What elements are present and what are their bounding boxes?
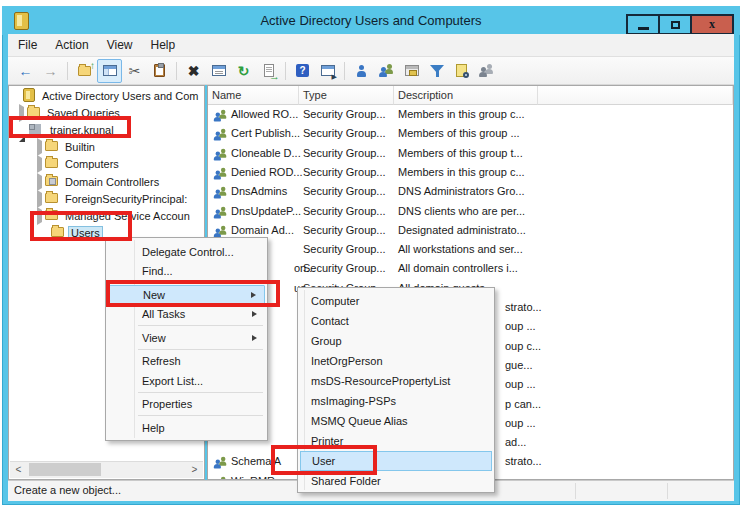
cell-description: oup ... <box>505 320 536 332</box>
menu-item-all-tasks[interactable]: All Tasks <box>108 305 265 324</box>
menubar-item-view[interactable]: View <box>107 38 133 52</box>
menu-item-new[interactable]: New <box>108 285 265 304</box>
toolbar-properties-button[interactable] <box>206 59 231 83</box>
toolbar-forward-button[interactable]: → <box>38 59 63 83</box>
tree-item-computers[interactable]: Computers <box>9 156 204 173</box>
collapsed-arrow-icon[interactable] <box>37 193 42 205</box>
folder-icon <box>51 227 64 239</box>
aduc-window: Active Directory Users and Computers x F… <box>0 0 742 510</box>
scroll-right-button[interactable]: > <box>186 462 203 477</box>
submenu-item-msmq-queue-alias[interactable]: MSMQ Queue Alias <box>300 411 492 431</box>
submenu-item-label: Group <box>311 335 342 347</box>
toolbar-show-console-tree-button[interactable] <box>97 59 122 83</box>
submenu-item-msimaging-psps[interactable]: msImaging-PSPs <box>300 391 492 411</box>
menu-separator <box>138 282 263 283</box>
close-button[interactable]: x <box>690 14 734 35</box>
list-row[interactable]: on...Security Group...All domain control… <box>208 260 733 279</box>
list-row[interactable]: Domain Ad...Security Group...Designated … <box>208 222 733 241</box>
tree-item-label: Domain Controllers <box>62 175 162 189</box>
list-row[interactable]: Allowed RO...Security Group...Members in… <box>208 106 733 125</box>
list-row[interactable]: DnsAdminsSecurity Group...DNS Administra… <box>208 183 733 202</box>
list-row[interactable]: Security Group...All workstations and se… <box>208 241 733 260</box>
list-row[interactable]: Cloneable D...Security Group...Members o… <box>208 145 733 164</box>
title-bar[interactable]: Active Directory Users and Computers x <box>2 6 740 35</box>
toolbar-separator <box>176 62 177 80</box>
tree-item-saved-queries[interactable]: Saved Queries <box>9 104 204 121</box>
cell-description: gue... <box>505 359 533 371</box>
toolbar-up-one-level-button[interactable]: ↑ <box>72 59 97 83</box>
collapsed-arrow-icon[interactable] <box>37 210 42 222</box>
menubar-item-help[interactable]: Help <box>151 38 176 52</box>
menu-separator <box>138 415 263 416</box>
context-menu: Delegate Control...Find...NewAll TasksVi… <box>105 237 268 441</box>
submenu-item-shared-folder[interactable]: Shared Folder <box>300 471 492 491</box>
toolbar-paste-button[interactable] <box>147 59 172 83</box>
list-row[interactable]: Denied ROD...Security Group...Members in… <box>208 164 733 183</box>
menubar-item-action[interactable]: Action <box>55 38 88 52</box>
toolbar-delete-button[interactable]: ✖ <box>181 59 206 83</box>
toolbar-cut-button[interactable]: ✂ <box>122 59 147 83</box>
toolbar-back-button[interactable]: ← <box>13 59 38 83</box>
menu-item-export-list[interactable]: Export List... <box>108 371 265 390</box>
submenu-item-user[interactable]: User <box>300 451 492 471</box>
tree-item-managed-service-accoun[interactable]: Managed Service Accoun <box>9 207 204 224</box>
toolbar-new-window-button[interactable]: ▶ <box>315 59 340 83</box>
column-header-type[interactable]: Type <box>299 86 394 105</box>
cell-name: Cert Publish... <box>231 127 300 139</box>
cell-description: oup ... <box>505 378 536 390</box>
toolbar-create-user-button[interactable] <box>349 59 374 83</box>
submenu-item-label: Contact <box>311 315 349 327</box>
menu-item-view[interactable]: View <box>108 328 265 347</box>
submenu-item-inetorgperson[interactable]: InetOrgPerson <box>300 351 492 371</box>
tree-item-active-directory-users-and-com[interactable]: Active Directory Users and Com <box>9 87 204 104</box>
tree-item-domain-controllers[interactable]: Domain Controllers <box>9 173 204 190</box>
submenu-item-computer[interactable]: Computer <box>300 291 492 311</box>
toolbar-select-people-button[interactable] <box>474 59 499 83</box>
menu-item-properties[interactable]: Properties <box>108 395 265 414</box>
horizontal-scrollbar[interactable]: <> <box>10 461 203 478</box>
expanded-arrow-icon[interactable] <box>19 124 25 136</box>
folder-icon <box>27 107 40 119</box>
domain-icon <box>28 123 43 137</box>
scroll-thumb[interactable] <box>29 463 101 476</box>
scroll-left-button[interactable]: < <box>10 462 27 477</box>
tree-item-trainer-krunal[interactable]: trainer.krunal <box>9 121 204 138</box>
tree-item-label: Users <box>68 226 103 240</box>
submenu-item-msds-resourcepropertylist[interactable]: msDS-ResourcePropertyList <box>300 371 492 391</box>
minimize-button[interactable] <box>626 14 660 35</box>
collapsed-arrow-icon[interactable] <box>37 141 42 153</box>
menu-separator <box>138 325 263 326</box>
toolbar-filter-button[interactable] <box>424 59 449 83</box>
toolbar-refresh-button[interactable]: ↻ <box>231 59 256 83</box>
column-header-description[interactable]: Description <box>394 86 538 105</box>
toolbar-export-list-button[interactable]: → <box>256 59 281 83</box>
list-row[interactable]: DnsUpdateP...Security Group...DNS client… <box>208 203 733 222</box>
collapsed-arrow-icon[interactable] <box>37 158 42 170</box>
collapsed-arrow-icon[interactable] <box>19 107 24 119</box>
toolbar: ←→↑✂✖↻→?▶ <box>8 57 734 85</box>
cell-type: Security Group... <box>303 147 386 159</box>
menu-item-delegate-control[interactable]: Delegate Control... <box>108 242 265 261</box>
menubar-item-file[interactable]: File <box>18 38 37 52</box>
column-header-name[interactable]: Name <box>208 86 299 105</box>
find-icon <box>456 64 467 77</box>
menu-item-find[interactable]: Find... <box>108 262 265 281</box>
collapsed-arrow-icon[interactable] <box>37 176 42 188</box>
cell-type: Security Group... <box>303 205 386 217</box>
toolbar-create-group-button[interactable] <box>374 59 399 83</box>
menu-item-refresh[interactable]: Refresh <box>108 352 265 371</box>
submenu-item-contact[interactable]: Contact <box>300 311 492 331</box>
toolbar-help-button[interactable]: ? <box>290 59 315 83</box>
maximize-button[interactable] <box>658 14 692 35</box>
list-row[interactable]: Cert Publish...Security Group...Members … <box>208 125 733 144</box>
toolbar-create-ou-button[interactable] <box>399 59 424 83</box>
submenu-item-group[interactable]: Group <box>300 331 492 351</box>
tree-item-foreignsecurityprincipal[interactable]: ForeignSecurityPrincipal: <box>9 190 204 207</box>
toolbar-find-button[interactable] <box>449 59 474 83</box>
menu-item-label: New <box>143 289 165 301</box>
forward-icon: → <box>44 64 58 78</box>
submenu-item-printer[interactable]: Printer <box>300 431 492 451</box>
tree-item-builtin[interactable]: Builtin <box>9 139 204 156</box>
menu-item-help[interactable]: Help <box>108 418 265 437</box>
submenu-item-label: MSMQ Queue Alias <box>311 415 408 427</box>
